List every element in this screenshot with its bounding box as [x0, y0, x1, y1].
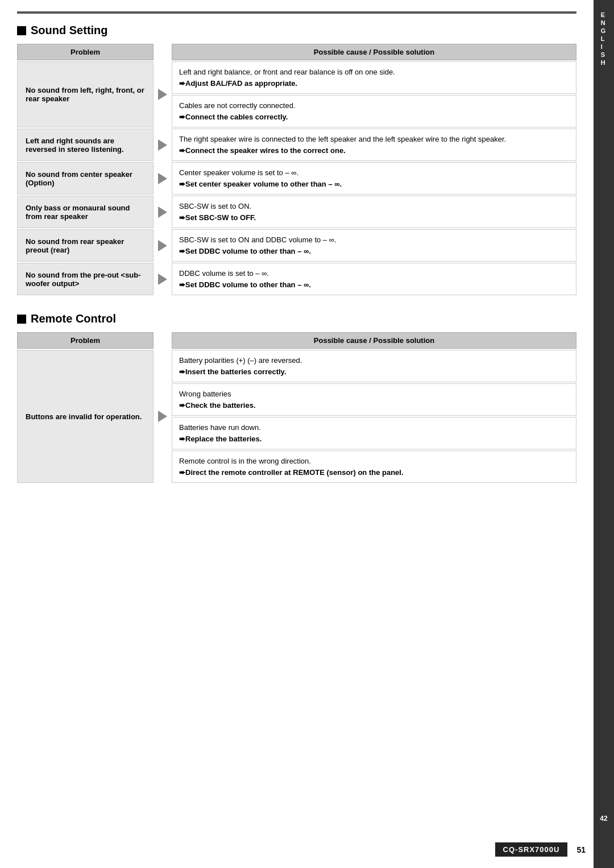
remote-solutions-1: Battery polarities (+) (–) are reversed.…	[172, 350, 576, 483]
arrow-icon-4	[158, 206, 167, 218]
sound-row-5: No sound from rear speaker preout (rear)…	[17, 229, 576, 262]
problem-4: Only bass or monaural sound from rear sp…	[17, 196, 154, 228]
sound-row-6: No sound from the pre-out <sub-woofer ou…	[17, 263, 576, 295]
side-letters: ENGLISH	[601, 11, 607, 66]
solutions-6: DDBC volume is set to – ∞. ➨Set DDBC vol…	[172, 263, 576, 295]
top-divider	[17, 11, 576, 14]
solutions-5: SBC-SW is set to ON and DDBC volume to –…	[172, 229, 576, 262]
remote-solution-1-2: Wrong batteries ➨Check the batteries.	[172, 383, 576, 416]
sound-row-4: Only bass or monaural sound from rear sp…	[17, 196, 576, 228]
model-badge: CQ-SRX7000U	[495, 842, 568, 857]
arrow-icon-2	[158, 139, 167, 151]
remote-control-section: Remote Control Problem Possible cause / …	[17, 312, 576, 483]
arrow-icon-1	[158, 89, 167, 100]
sound-title-text: Sound Setting	[31, 24, 108, 37]
remote-control-title: Remote Control	[17, 312, 576, 325]
bottom-bar: CQ-SRX7000U 51	[17, 842, 586, 857]
side-number: 42	[600, 815, 607, 822]
sound-row-1: No sound from left, right, front, or rea…	[17, 61, 576, 127]
solutions-1: Left and right balance, or front and rea…	[172, 61, 576, 127]
sound-setting-section: Sound Setting Problem Possible cause / P…	[17, 24, 576, 295]
arrow-5	[154, 229, 172, 262]
solution-3-1: Center speaker volume is set to – ∞. ➨Se…	[172, 162, 576, 195]
remote-solution-1-3: Batteries have run down. ➨Replace the ba…	[172, 417, 576, 449]
arrow-4	[154, 196, 172, 228]
side-tab: ENGLISH 42	[594, 0, 614, 868]
problem-1: No sound from left, right, front, or rea…	[17, 61, 154, 127]
solutions-4: SBC-SW is set to ON. ➨Set SBC-SW to OFF.	[172, 196, 576, 228]
remote-problem-header: Problem	[17, 332, 154, 349]
remote-solution-1-1: Battery polarities (+) (–) are reversed.…	[172, 350, 576, 382]
sound-setting-title: Sound Setting	[17, 24, 576, 37]
remote-solution-1-4: Remote control is in the wrong direction…	[172, 450, 576, 483]
solution-5-1: SBC-SW is set to ON and DDBC volume to –…	[172, 229, 576, 262]
sound-row-3: No sound from center speaker (Option) Ce…	[17, 162, 576, 195]
remote-table-header: Problem Possible cause / Possible soluti…	[17, 332, 576, 349]
solution-2-1: The right speaker wire is connected to t…	[172, 129, 576, 161]
arrow-3	[154, 162, 172, 195]
solution-4-1: SBC-SW is set to ON. ➨Set SBC-SW to OFF.	[172, 196, 576, 228]
arrow-icon-5	[158, 240, 167, 251]
page-number: 51	[576, 845, 586, 854]
remote-arrow-icon-1	[158, 411, 167, 422]
problem-6: No sound from the pre-out <sub-woofer ou…	[17, 263, 154, 295]
solution-1-1: Left and right balance, or front and rea…	[172, 61, 576, 94]
arrow-6	[154, 263, 172, 295]
remote-arrow-1	[154, 350, 172, 483]
remote-problem-1: Buttons are invalid for operation.	[17, 350, 154, 483]
sound-row-2: Left and right sounds are reversed in st…	[17, 129, 576, 161]
arrow-icon-6	[158, 274, 167, 285]
solutions-3: Center speaker volume is set to – ∞. ➨Se…	[172, 162, 576, 195]
spacer-1	[17, 295, 576, 312]
bottom-right: CQ-SRX7000U 51	[495, 842, 586, 857]
solutions-2: The right speaker wire is connected to t…	[172, 129, 576, 161]
arrow-2	[154, 129, 172, 161]
remote-solution-header: Possible cause / Possible solution	[172, 332, 576, 349]
main-content: Sound Setting Problem Possible cause / P…	[0, 0, 594, 868]
remote-title-text: Remote Control	[31, 312, 116, 325]
problem-5: No sound from rear speaker preout (rear)	[17, 229, 154, 262]
title-square-icon-2	[17, 315, 26, 324]
remote-row-1: Buttons are invalid for operation. Batte…	[17, 350, 576, 483]
problem-2: Left and right sounds are reversed in st…	[17, 129, 154, 161]
sound-solution-header: Possible cause / Possible solution	[172, 44, 576, 60]
sound-problem-header: Problem	[17, 44, 154, 60]
sound-table-header: Problem Possible cause / Possible soluti…	[17, 44, 576, 60]
arrow-icon-3	[158, 173, 167, 184]
arrow-1	[154, 61, 172, 127]
title-square-icon	[17, 26, 26, 35]
solution-1-2: Cables are not correctly connected. ➨Con…	[172, 95, 576, 127]
problem-3: No sound from center speaker (Option)	[17, 162, 154, 195]
solution-6-1: DDBC volume is set to – ∞. ➨Set DDBC vol…	[172, 263, 576, 295]
